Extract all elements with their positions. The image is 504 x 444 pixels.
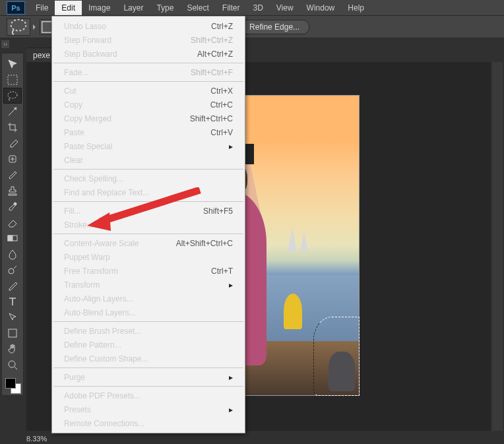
- zoom-status[interactable]: 8.33%: [26, 435, 47, 443]
- tool-heal[interactable]: [3, 151, 22, 167]
- svg-point-16: [9, 269, 14, 274]
- menu-shortcut: Alt+Ctrl+Z: [197, 49, 233, 59]
- menu-item-label: Free Transform: [64, 267, 211, 276]
- color-swatches[interactable]: [4, 375, 21, 395]
- ps-logo: Ps: [7, 1, 25, 15]
- menu-filter[interactable]: Filter: [216, 1, 247, 15]
- tool-preset-picker[interactable]: [7, 18, 30, 36]
- menu-image[interactable]: Image: [82, 1, 117, 15]
- menu-separator: [53, 63, 243, 63]
- svg-point-10: [8, 92, 17, 98]
- panel-expander-icon[interactable]: ››: [1, 40, 9, 48]
- menu-item-paste[interactable]: PasteCtrl+V: [52, 125, 245, 139]
- menu-shortcut: Ctrl+T: [211, 267, 233, 276]
- submenu-arrow-icon: ▸: [229, 373, 233, 382]
- tool-history[interactable]: [3, 199, 22, 214]
- menu-item-copy[interactable]: CopyCtrl+C: [52, 98, 245, 111]
- menu-shortcut: Shift+Ctrl+C: [190, 114, 233, 123]
- menu-item-adobe-pdf-presets[interactable]: Adobe PDF Presets...: [52, 389, 245, 402]
- menu-type[interactable]: Type: [150, 1, 180, 15]
- menu-item-fade: Fade...Shift+Ctrl+F: [52, 65, 245, 79]
- tool-blur[interactable]: [3, 246, 22, 262]
- svg-point-0: [11, 19, 26, 30]
- menu-item-define-brush-preset[interactable]: Define Brush Preset...: [52, 324, 245, 338]
- submenu-arrow-icon: ▸: [229, 280, 233, 290]
- menu-item-transform[interactable]: Transform▸: [52, 278, 245, 292]
- tool-eyedropper[interactable]: [3, 135, 22, 151]
- menu-separator: [53, 321, 243, 322]
- menu-edit[interactable]: Edit: [55, 1, 82, 15]
- menu-3d[interactable]: 3D: [246, 1, 269, 15]
- menu-layer[interactable]: Layer: [117, 1, 150, 15]
- menu-item-label: Content-Aware Scale: [64, 239, 176, 248]
- tool-gradient[interactable]: [3, 230, 22, 246]
- menu-item-step-forward: Step ForwardShift+Ctrl+Z: [52, 33, 245, 47]
- menu-item-paste-special[interactable]: Paste Special▸: [52, 139, 245, 153]
- menu-help[interactable]: Help: [341, 1, 371, 15]
- menu-item-label: Fill...: [64, 206, 203, 216]
- tool-wand[interactable]: [3, 104, 22, 119]
- menu-item-stroke[interactable]: Stroke...: [52, 218, 245, 232]
- menu-item-label: Fade...: [64, 68, 191, 77]
- submenu-arrow-icon: ▸: [229, 405, 233, 414]
- menu-item-content-aware-scale[interactable]: Content-Aware ScaleAlt+Shift+Ctrl+C: [52, 236, 245, 250]
- menu-item-step-backward[interactable]: Step BackwardAlt+Ctrl+Z: [52, 47, 245, 61]
- tool-shape[interactable]: [3, 325, 22, 341]
- menu-view[interactable]: View: [270, 1, 300, 15]
- svg-rect-9: [8, 75, 17, 84]
- menu-shortcut: Alt+Shift+Ctrl+C: [176, 239, 233, 248]
- svg-point-11: [15, 108, 16, 109]
- tool-hand[interactable]: [3, 341, 22, 357]
- menu-item-label: Purge: [64, 373, 229, 382]
- menu-separator: [53, 169, 243, 170]
- vertical-scrollbar[interactable]: [492, 62, 503, 431]
- tool-marquee[interactable]: [3, 72, 22, 88]
- refine-edge-button[interactable]: Refine Edge...: [239, 20, 309, 34]
- menu-shortcut: Shift+Ctrl+F: [191, 68, 233, 77]
- tool-eraser[interactable]: [3, 214, 22, 230]
- menu-item-purge[interactable]: Purge▸: [52, 370, 245, 384]
- menu-shortcut: Shift+Ctrl+Z: [191, 36, 233, 45]
- menu-item-undo-lasso[interactable]: Undo LassoCtrl+Z: [52, 19, 245, 33]
- menu-item-puppet-warp: Puppet Warp: [52, 250, 245, 264]
- foreground-swatch[interactable]: [5, 378, 16, 389]
- tool-lasso[interactable]: [3, 88, 22, 104]
- menu-item-clear[interactable]: Clear: [52, 153, 245, 167]
- marching-ants-selection: [313, 317, 360, 396]
- menu-separator: [53, 201, 243, 202]
- menu-item-label: Define Custom Shape...: [64, 354, 233, 364]
- svg-point-13: [14, 203, 16, 205]
- menu-item-define-pattern: Define Pattern...: [52, 338, 245, 352]
- tool-type[interactable]: [3, 294, 22, 309]
- menu-item-free-transform[interactable]: Free TransformCtrl+T: [52, 264, 245, 278]
- svg-point-18: [9, 361, 15, 367]
- menu-shortcut: Ctrl+Z: [211, 22, 233, 31]
- menu-item-check-spelling: Check Spelling...: [52, 172, 245, 185]
- tool-pen[interactable]: [3, 278, 22, 294]
- menu-item-label: Cut: [64, 86, 210, 96]
- menu-separator: [53, 367, 243, 368]
- tool-zoom[interactable]: [3, 357, 22, 373]
- menu-shortcut: Ctrl+X: [210, 86, 233, 96]
- menu-item-define-custom-shape: Define Custom Shape...: [52, 352, 245, 365]
- menu-item-copy-merged[interactable]: Copy MergedShift+Ctrl+C: [52, 111, 245, 125]
- tool-path-select[interactable]: [3, 309, 22, 325]
- menu-select[interactable]: Select: [180, 1, 215, 15]
- menu-shortcut: Ctrl+C: [210, 100, 233, 110]
- menu-window[interactable]: Window: [300, 1, 342, 15]
- tool-move[interactable]: [3, 56, 22, 72]
- menu-item-label: Presets: [64, 405, 229, 414]
- submenu-arrow-icon: ▸: [229, 142, 233, 151]
- tool-brush[interactable]: [3, 167, 22, 183]
- menu-item-remote-connections[interactable]: Remote Connections...: [52, 416, 245, 430]
- tool-stamp[interactable]: [3, 183, 22, 199]
- image-sailboat: [300, 232, 308, 251]
- menu-item-cut[interactable]: CutCtrl+X: [52, 84, 245, 98]
- menu-item-presets[interactable]: Presets▸: [52, 402, 245, 416]
- menu-shortcut: Ctrl+V: [210, 128, 233, 137]
- menu-file[interactable]: File: [29, 1, 55, 15]
- tool-crop[interactable]: [3, 119, 22, 135]
- toolbox: [1, 53, 24, 396]
- menu-item-fill[interactable]: Fill...Shift+F5: [52, 204, 245, 218]
- tool-dodge[interactable]: [3, 262, 22, 278]
